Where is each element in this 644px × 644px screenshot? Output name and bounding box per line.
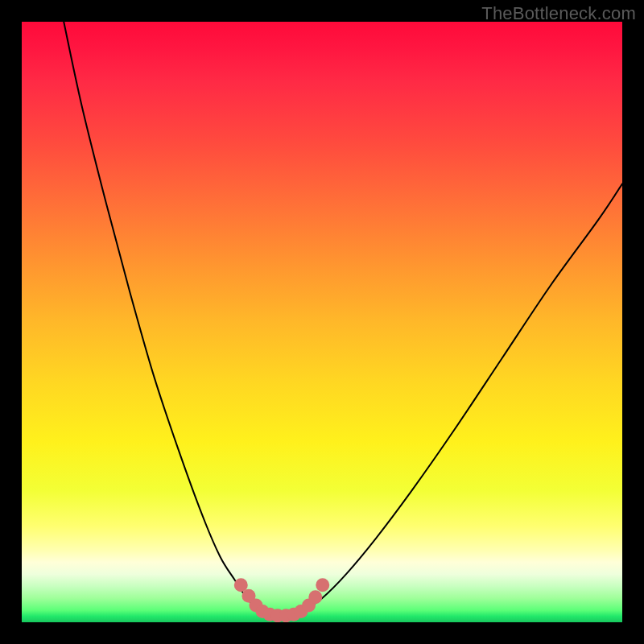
watermark-text: TheBottleneck.com <box>481 3 636 24</box>
curve-right-branch <box>304 184 622 610</box>
curve-left-branch <box>64 22 258 610</box>
highlight-markers <box>234 578 329 622</box>
line-series <box>64 22 622 617</box>
highlight-dot <box>308 590 322 604</box>
plot-area <box>22 22 622 622</box>
chart-frame: TheBottleneck.com <box>0 0 644 644</box>
highlight-dot <box>316 578 329 592</box>
chart-svg <box>22 22 622 622</box>
